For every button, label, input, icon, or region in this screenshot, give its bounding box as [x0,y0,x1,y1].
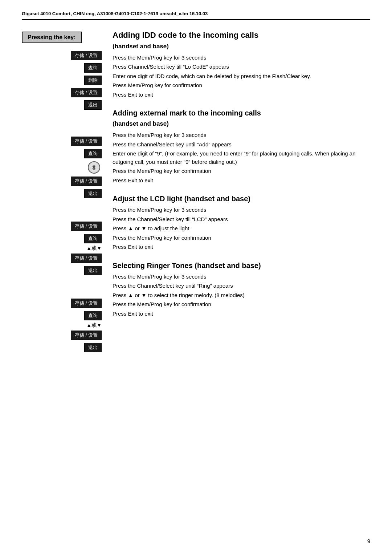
key-row: 删除 [22,74,102,86]
instruction-line: Press Mem/Prog key for confirmation [113,81,370,90]
key-row: 退出 [22,188,102,199]
instruction-line: Press the Mem/Prog key for confirmation [113,167,370,175]
key-row: 存储 / 设置 [22,297,102,309]
key-row: 退出 [22,265,102,276]
key-button-query3: 查询 [84,234,102,243]
section1-subtitle: (handset and base) [113,43,370,50]
keys-group-idd: 存储 / 设置 查询 删除 存储 / 设置 退出 [22,50,102,111]
section-external: Adding external mark to the incoming cal… [113,109,370,185]
key-row: 存储 / 设置 [22,329,102,341]
key-button-save3: 存储 / 设置 [71,137,102,146]
spacer2 [22,202,102,220]
key-button-query2: 查询 [84,149,102,158]
key-button-delete1: 删除 [84,76,102,85]
keys-group-ringer: 存储 / 设置 查询 ▲或▼ 存储 / 设置 退出 [22,297,102,353]
instruction-line: Press the Mem/Prog key for confirmation [113,300,370,309]
instruction-line: Press Exit to exit [113,243,370,251]
instruction-line: Press the Channel/Select key till “LCD” … [113,215,370,224]
instruction-line: Press ▲ or ▼ to adjust the light [113,224,370,233]
section-idd: Adding IDD code to the incoming calls (h… [113,30,370,99]
instruction-line: Press the Mem/Prog key for 3 seconds [113,54,370,62]
section2-title: Adding external mark to the incoming cal… [113,109,370,117]
keys-group-external: 存储 / 设置 查询 ⑨ 存储 / 设置 退出 [22,135,102,199]
instruction-line: Press Exit to exit [113,310,370,318]
key-row: 查询 [22,148,102,159]
pressing-key-box: Pressing the key: [22,32,82,43]
spacer1 [22,113,102,135]
key-row: ▲或▼ [22,322,102,329]
header-text: Gigaset 4010 Comfort, CHIN eng, A31008-G… [22,11,208,16]
key-row: 存储 / 设置 [22,50,102,61]
key-button-exit1: 退出 [84,100,102,110]
key-row: 查询 [22,233,102,244]
key-button-save7: 存储 / 设置 [71,299,102,308]
key-button-exit2: 退出 [84,189,102,198]
section3-title: Adjust the LCD light (handset and base) [113,195,370,203]
key-row: 查询 [22,310,102,321]
page-container: Gigaset 4010 Comfort, CHIN eng, A31008-G… [0,0,392,555]
key-row: 存储 / 设置 [22,175,102,187]
spacer3 [22,279,102,297]
instruction-line: Press the Mem/Prog key for confirmation [113,234,370,242]
instruction-line: Enter one digit of “9”. (For example, yo… [113,150,370,166]
key-updown2: ▲或▼ [86,322,102,329]
instruction-line: Press the Channel/Select key until “Ring… [113,282,370,290]
instruction-line: Press ▲ or ▼ to select the ringer melody… [113,291,370,300]
instruction-line: Press Exit to exit [113,91,370,99]
key-row: 查询 [22,62,102,74]
key-button-query4: 查询 [84,311,102,320]
key-row: 退出 [22,342,102,353]
key-button-save6: 存储 / 设置 [71,254,102,263]
key-row: 存储 / 设置 [22,87,102,98]
key-button-save4: 存储 / 设置 [71,177,102,186]
section1-title: Adding IDD code to the incoming calls [113,30,370,41]
content-area: Pressing the key: 存储 / 设置 查询 删除 存储 / 设置 … [22,30,370,356]
right-column: Adding IDD code to the incoming calls (h… [102,30,370,356]
key-button-save1: 存储 / 设置 [71,51,102,60]
key-row: 存储 / 设置 [22,252,102,264]
section4-title: Selecting Ringer Tones (handset and base… [113,262,370,270]
key-button-exit4: 退出 [84,343,102,352]
instruction-line: Press the Mem/Prog key for 3 seconds [113,206,370,214]
left-column: Pressing the key: 存储 / 设置 查询 删除 存储 / 设置 … [22,30,102,356]
key-row-circle: ⑨ [22,160,102,175]
instruction-line: Press the Mem/Prog key for 3 seconds [113,131,370,139]
keys-group-lcd: 存储 / 设置 查询 ▲或▼ 存储 / 设置 退出 [22,220,102,276]
instruction-line: Enter one digit of IDD code, which can b… [113,72,370,81]
key-row: 退出 [22,99,102,111]
key-button-save2: 存储 / 设置 [71,88,102,97]
page-number: 9 [367,538,370,544]
key-circle-9: ⑨ [88,161,100,174]
section-ringer: Selecting Ringer Tones (handset and base… [113,262,370,318]
key-button-query1: 查询 [84,63,102,73]
instruction-line: Press the Channel/Select key until “Add”… [113,141,370,149]
key-button-save5: 存储 / 设置 [71,222,102,231]
key-button-save8: 存储 / 设置 [71,331,102,340]
instruction-line: Press Exit to exit [113,177,370,185]
key-updown1: ▲或▼ [86,245,102,252]
instruction-line: Press Channel/Select key till “Lo CodE” … [113,63,370,71]
header: Gigaset 4010 Comfort, CHIN eng, A31008-G… [22,11,370,20]
section2-subtitle: (handset and base) [113,120,370,127]
key-row: 存储 / 设置 [22,220,102,232]
key-row: ▲或▼ [22,245,102,252]
key-button-exit3: 退出 [84,266,102,275]
section-lcd: Adjust the LCD light (handset and base) … [113,195,370,251]
key-row: 存储 / 设置 [22,135,102,147]
instruction-line: Press the Mem/Prog key for 3 seconds [113,273,370,281]
pressing-key-label: Pressing the key: [28,34,76,40]
